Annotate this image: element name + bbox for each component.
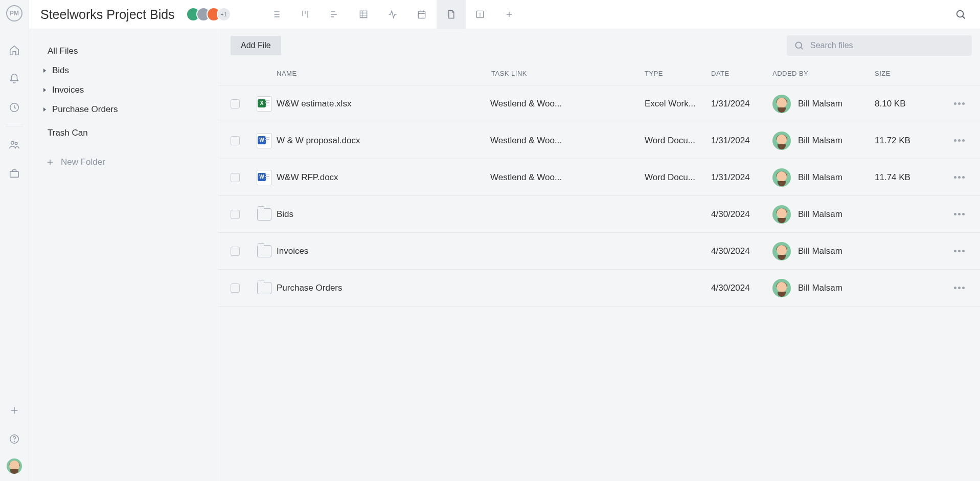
file-task: Westlend & Woo... — [490, 136, 645, 146]
briefcase-icon[interactable] — [8, 167, 20, 180]
folder-trash[interactable]: Trash Can — [29, 123, 218, 143]
people-icon[interactable] — [8, 139, 20, 151]
file-name: Purchase Orders — [277, 283, 490, 293]
svg-rect-6 — [360, 11, 367, 17]
file-added-by: Bill Malsam — [772, 279, 875, 297]
home-icon[interactable] — [8, 44, 20, 56]
file-size: 11.74 KB — [875, 172, 946, 183]
folder-icon — [257, 282, 271, 294]
table-row[interactable]: Purchase Orders4/30/2024Bill Malsam — [218, 270, 980, 307]
folder-tree: All Files Bids Invoices Purchase Orders … — [29, 29, 218, 481]
clock-icon[interactable] — [8, 101, 20, 114]
col-name[interactable]: NAME — [277, 70, 491, 77]
folder-invoices[interactable]: Invoices — [29, 80, 218, 100]
folder-label: Invoices — [52, 85, 84, 95]
row-actions-menu[interactable] — [954, 102, 965, 105]
row-checkbox[interactable] — [231, 99, 240, 108]
bell-icon[interactable] — [8, 73, 20, 85]
avatar — [772, 242, 791, 260]
folder-label: Trash Can — [48, 128, 88, 138]
row-actions-menu[interactable] — [954, 176, 965, 179]
caret-right-icon — [43, 107, 46, 112]
tab-files[interactable] — [437, 0, 466, 29]
row-actions-menu[interactable] — [954, 287, 965, 289]
help-icon[interactable] — [8, 433, 20, 445]
folder-bids[interactable]: Bids — [29, 61, 218, 80]
table-row[interactable]: WW & W proposal.docxWestlend & Woo...Wor… — [218, 122, 980, 159]
folder-purchase-orders[interactable]: Purchase Orders — [29, 100, 218, 119]
view-tabs — [262, 0, 524, 29]
file-added-by: Bill Malsam — [772, 205, 875, 224]
file-size: 11.72 KB — [875, 136, 946, 146]
excel-file-icon: X — [257, 96, 272, 112]
caret-right-icon — [43, 69, 46, 73]
plus-icon[interactable] — [8, 404, 20, 417]
file-added-by: Bill Malsam — [772, 168, 875, 187]
tab-add[interactable] — [495, 0, 524, 29]
row-checkbox[interactable] — [231, 210, 240, 219]
row-checkbox[interactable] — [231, 247, 240, 256]
col-added[interactable]: ADDED BY — [772, 70, 875, 77]
file-date: 4/30/2024 — [711, 209, 772, 220]
tab-risks[interactable] — [466, 0, 495, 29]
word-file-icon: W — [257, 133, 272, 148]
plus-icon — [45, 158, 55, 167]
avatar — [772, 205, 791, 224]
file-date: 1/31/2024 — [711, 136, 772, 146]
row-actions-menu[interactable] — [954, 213, 965, 215]
file-task: Westlend & Woo... — [490, 172, 645, 183]
new-folder-button[interactable]: New Folder — [29, 157, 218, 167]
file-date: 1/31/2024 — [711, 99, 772, 109]
file-added-by: Bill Malsam — [772, 242, 875, 260]
avatar — [772, 168, 791, 187]
folder-all-files[interactable]: All Files — [29, 41, 218, 61]
file-added-by: Bill Malsam — [772, 132, 875, 150]
file-type: Word Docu... — [645, 172, 711, 183]
tab-board[interactable] — [291, 0, 320, 29]
table-row[interactable]: Invoices4/30/2024Bill Malsam — [218, 233, 980, 270]
page-title: Steelworks Project Bids — [40, 7, 175, 22]
tab-sheet[interactable] — [349, 0, 378, 29]
tab-calendar[interactable] — [407, 0, 437, 29]
file-type: Excel Work... — [645, 99, 711, 109]
col-task[interactable]: TASK LINK — [491, 70, 645, 77]
col-date[interactable]: DATE — [711, 70, 772, 77]
table-row[interactable]: Bids4/30/2024Bill Malsam — [218, 196, 980, 233]
row-checkbox[interactable] — [231, 283, 240, 293]
search-input[interactable] — [810, 41, 965, 50]
tab-list[interactable] — [262, 0, 291, 29]
file-date: 4/30/2024 — [711, 283, 772, 293]
caret-right-icon — [43, 88, 46, 92]
add-file-button[interactable]: Add File — [231, 36, 281, 55]
file-name: Bids — [277, 209, 490, 220]
search-box[interactable] — [787, 35, 972, 56]
col-type[interactable]: TYPE — [645, 70, 711, 77]
svg-point-9 — [480, 16, 481, 16]
header: Steelworks Project Bids +1 — [29, 0, 980, 29]
search-button[interactable] — [950, 4, 971, 25]
files-toolbar: Add File — [218, 29, 980, 62]
tab-activity[interactable] — [378, 0, 407, 29]
file-name: W & W proposal.docx — [277, 136, 490, 146]
svg-point-10 — [957, 11, 964, 17]
svg-rect-7 — [418, 11, 425, 18]
files-table: NAME TASK LINK TYPE DATE ADDED BY SIZE X… — [218, 62, 980, 481]
svg-point-2 — [15, 142, 17, 145]
table-row[interactable]: WW&W RFP.docxWestlend & Woo...Word Docu.… — [218, 159, 980, 196]
row-actions-menu[interactable] — [954, 250, 965, 252]
team-more[interactable]: +1 — [217, 7, 231, 21]
app-logo[interactable]: PM — [6, 5, 22, 21]
team-avatars[interactable]: +1 — [186, 7, 231, 21]
folder-label: Bids — [52, 65, 69, 76]
svg-point-1 — [11, 142, 14, 145]
row-checkbox[interactable] — [231, 136, 240, 145]
word-file-icon: W — [257, 170, 272, 185]
row-actions-menu[interactable] — [954, 139, 965, 142]
tab-gantt[interactable] — [320, 0, 349, 29]
user-avatar[interactable] — [7, 458, 22, 474]
col-size[interactable]: SIZE — [875, 70, 946, 77]
file-name: Invoices — [277, 246, 490, 256]
row-checkbox[interactable] — [231, 173, 240, 182]
svg-rect-3 — [10, 171, 19, 177]
table-row[interactable]: XW&W estimate.xlsxWestlend & Woo...Excel… — [218, 85, 980, 122]
